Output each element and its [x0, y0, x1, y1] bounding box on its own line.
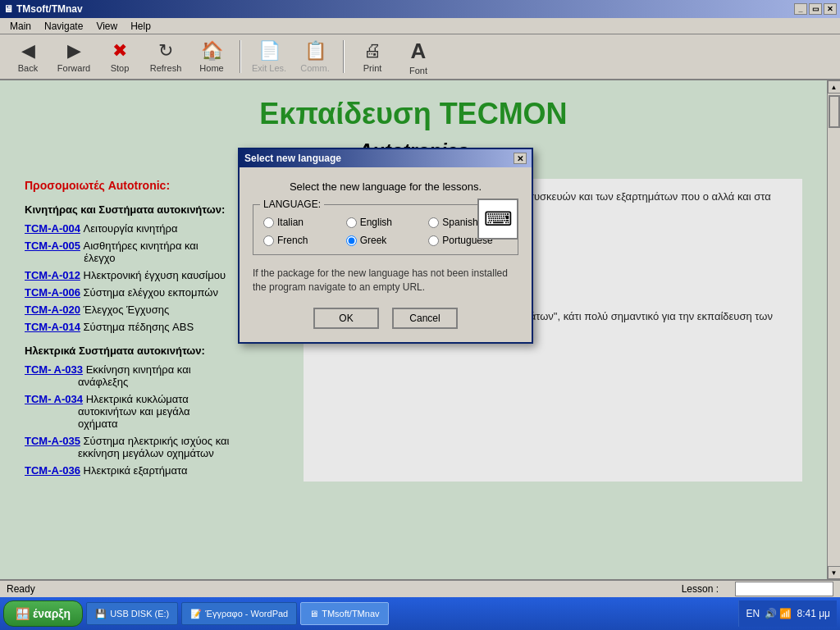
radio-greek[interactable]: Greek	[346, 235, 426, 246]
language-icon: ⌨	[477, 199, 518, 240]
language-options: Italian English Spanish French Greek	[263, 217, 508, 246]
dialog-message: Select the new language for the lessons.	[253, 180, 518, 193]
language-group-label: LANGUAGE:	[260, 199, 324, 210]
dialog-overlay: Select new language ✕ Select the new lan…	[0, 0, 840, 630]
dialog-body: Select the new language for the lessons.…	[240, 167, 532, 342]
dialog-buttons: OK Cancel	[253, 308, 518, 329]
keyboard-icon: ⌨	[484, 208, 513, 231]
ok-button[interactable]: OK	[313, 308, 379, 329]
radio-french[interactable]: French	[263, 235, 343, 246]
select-language-dialog: Select new language ✕ Select the new lan…	[238, 148, 533, 344]
cancel-button[interactable]: Cancel	[392, 308, 458, 329]
radio-italian[interactable]: Italian	[263, 217, 343, 228]
dialog-close-button[interactable]: ✕	[514, 153, 527, 164]
radio-english[interactable]: English	[346, 217, 426, 228]
dialog-title-bar: Select new language ✕	[240, 149, 532, 167]
dialog-title-text: Select new language	[244, 153, 341, 164]
dialog-note: If the package for the new language has …	[253, 267, 518, 294]
